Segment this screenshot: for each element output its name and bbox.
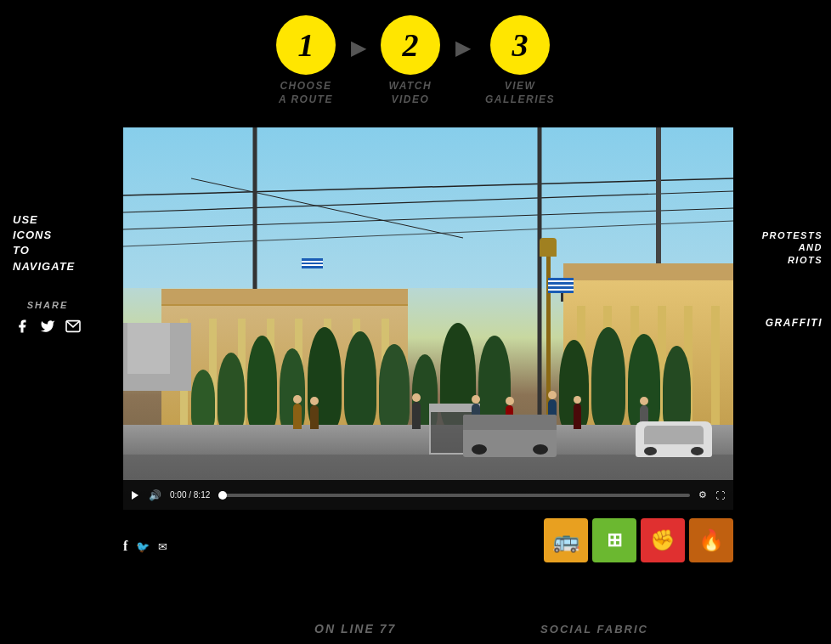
fullscreen-button[interactable]: ⛶ <box>715 490 725 500</box>
pedestrian-2 <box>310 405 319 429</box>
step-2-circle: 2 <box>381 15 440 75</box>
social-fabric-label: SOCIAL FABRIC <box>540 623 648 636</box>
use-icons-label: USE ICONS TO NAVIGATE <box>13 212 75 274</box>
share-label: SHARE <box>13 300 82 310</box>
twitter-share-icon[interactable]: 🐦 <box>136 540 150 553</box>
tram-symbol: 🚌 <box>552 528 579 554</box>
greek-flag-2 <box>302 258 323 272</box>
step-3-circle: 3 <box>490 15 550 75</box>
email-share-icon[interactable]: ✉ <box>158 540 167 553</box>
step-1-circle: 1 <box>276 15 336 75</box>
protests-label: PROTESTSANDRIOTS <box>762 229 823 266</box>
video-controls-bar[interactable]: 🔊 0:00 / 8:12 ⚙ ⛶ <box>123 480 733 510</box>
main-content: USE ICONS TO NAVIGATE SHARE <box>0 127 831 644</box>
pedestrian-7 <box>574 404 581 429</box>
grid-route-icon[interactable]: ⊞ <box>592 518 636 562</box>
flag-pole-small <box>561 293 563 302</box>
step-3-label: VIEW GALLERIES <box>485 80 555 106</box>
bottom-social-row: f 🐦 ✉ <box>123 532 167 561</box>
scene-background <box>123 127 733 510</box>
step-2[interactable]: 2 WATCH VIDEO <box>381 15 440 106</box>
share-section: SHARE <box>13 300 82 336</box>
arrow-2: ▶ <box>455 37 470 59</box>
step-2-label: WATCH VIDEO <box>389 80 432 106</box>
fire-route-icon[interactable]: 🔥 <box>689 518 733 562</box>
grid-symbol: ⊞ <box>607 529 622 551</box>
greek-flag <box>548 278 574 293</box>
trees-row <box>191 323 574 429</box>
right-sidebar: PROTESTSANDRIOTS GRAFFITI <box>736 127 831 329</box>
facebook-share-icon[interactable]: f <box>123 539 127 554</box>
arrow-1: ▶ <box>351 37 365 59</box>
facebook-icon[interactable] <box>13 317 31 336</box>
video-container[interactable]: 🔊 0:00 / 8:12 ⚙ ⛶ f 🐦 ✉ 🚌 <box>123 127 733 527</box>
protest-route-icon[interactable]: ✊ <box>641 518 685 562</box>
video-frame: 🔊 0:00 / 8:12 ⚙ ⛶ <box>123 127 733 510</box>
fire-symbol: 🔥 <box>698 528 724 552</box>
step-1-label: CHOOSE A ROUTE <box>279 80 333 106</box>
pedestrian-3 <box>412 402 421 429</box>
bus <box>463 415 557 457</box>
graffiti-label: GRAFFITI <box>766 317 823 329</box>
steps-bar: 1 CHOOSE A ROUTE ▶ 2 WATCH VIDEO ▶ 3 VIE… <box>0 0 831 115</box>
share-icons-row <box>13 317 82 336</box>
email-icon[interactable] <box>64 317 82 336</box>
progress-handle[interactable] <box>218 491 227 500</box>
car <box>636 421 712 457</box>
play-button[interactable] <box>132 491 140 500</box>
time-display: 0:00 / 8:12 <box>170 490 210 500</box>
bg-building-2 <box>127 323 170 374</box>
tram-route-icon[interactable]: 🚌 <box>544 518 588 562</box>
progress-bar[interactable] <box>218 494 690 497</box>
settings-button[interactable]: ⚙ <box>698 489 707 500</box>
on-line-label: ON LINE 77 <box>314 622 396 636</box>
pedestrian-1 <box>293 404 302 429</box>
left-sidebar: USE ICONS TO NAVIGATE SHARE <box>0 127 123 336</box>
volume-button[interactable]: 🔊 <box>149 489 161 501</box>
twitter-icon[interactable] <box>38 317 57 336</box>
step-3[interactable]: 3 VIEW GALLERIES <box>485 15 555 106</box>
protest-symbol: ✊ <box>650 528 676 552</box>
route-icons-row: 🚌 ⊞ ✊ 🔥 <box>544 518 733 562</box>
step-1[interactable]: 1 CHOOSE A ROUTE <box>276 15 336 106</box>
